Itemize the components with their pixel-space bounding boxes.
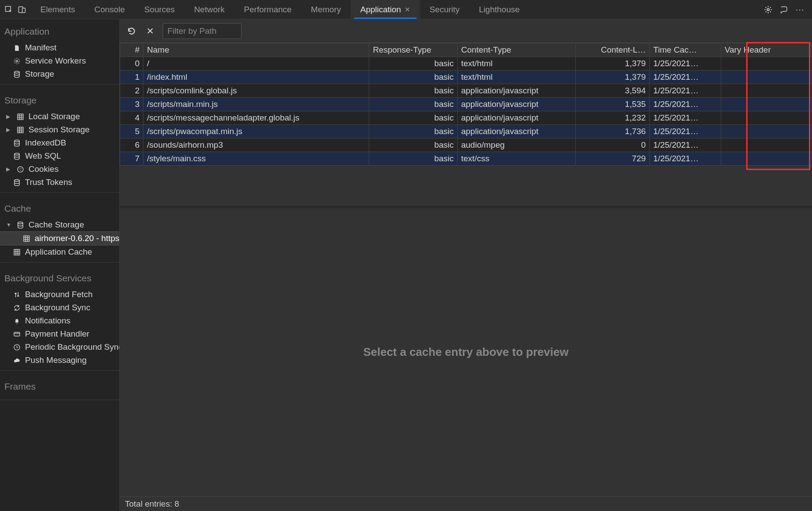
svg-rect-16 — [24, 236, 29, 241]
sidebar-item-service-workers[interactable]: Service Workers — [0, 54, 119, 67]
cell-tc: 1/25/2021… — [649, 98, 721, 111]
sidebar-section-background-services: Background Services — [0, 266, 119, 288]
tab-elements[interactable]: Elements — [31, 0, 85, 19]
more-icon[interactable]: ⋯ — [795, 4, 805, 15]
table-row[interactable]: 0/basictext/html1,3791/25/2021… — [120, 57, 812, 71]
cell-ct: text/css — [457, 152, 575, 166]
tab-label: Performance — [244, 5, 292, 14]
sidebar-item-payment-handler[interactable]: Payment Handler — [0, 327, 119, 341]
sidebar-item-storage[interactable]: Storage — [0, 67, 119, 81]
column-header[interactable]: Content-Type — [457, 43, 575, 57]
inspect-element-icon[interactable] — [4, 5, 13, 14]
svg-point-3 — [767, 8, 769, 11]
cache-entries-table: #NameResponse-TypeContent-TypeContent-L…… — [120, 43, 812, 206]
svg-point-8 — [14, 140, 19, 142]
sidebar-item-web-sql[interactable]: Web SQL — [0, 149, 119, 163]
sidebar-section-storage: Storage — [0, 88, 119, 110]
sidebar-item-push-messaging[interactable]: Push Messaging — [0, 354, 119, 367]
sidebar-item-application-cache[interactable]: Application Cache — [0, 245, 119, 259]
sidebar-item-label: Background Fetch — [25, 290, 93, 299]
sidebar-item-local-storage[interactable]: ▶Local Storage — [0, 110, 119, 123]
refresh-icon[interactable] — [126, 25, 137, 37]
tab-label: Security — [430, 5, 460, 14]
updown-icon — [13, 291, 21, 298]
tab-lighthouse[interactable]: Lighthouse — [469, 0, 529, 19]
tab-network[interactable]: Network — [185, 0, 235, 19]
svg-point-12 — [21, 168, 21, 169]
status-bar: Total entries: 8 — [120, 496, 812, 511]
sidebar-item-indexeddb[interactable]: IndexedDB — [0, 136, 119, 149]
cell-ct: application/javascript — [457, 98, 575, 111]
file-icon — [13, 44, 21, 52]
cell-name: /scripts/main.min.js — [143, 98, 369, 111]
card-icon — [13, 330, 21, 338]
filter-input[interactable] — [163, 23, 242, 39]
sidebar-item-cookies[interactable]: ▶Cookies — [0, 163, 119, 176]
sidebar-item-session-storage[interactable]: ▶Session Storage — [0, 123, 119, 136]
sidebar-item-notifications[interactable]: Notifications — [0, 314, 119, 327]
settings-icon[interactable] — [764, 5, 773, 14]
column-header[interactable]: Vary Header — [721, 43, 812, 57]
cell-ct: text/html — [457, 71, 575, 84]
column-header[interactable]: Content-L… — [576, 43, 650, 57]
tab-application[interactable]: Application✕ — [351, 0, 420, 19]
sidebar-item-label: Background Sync — [25, 303, 90, 312]
tab-performance[interactable]: Performance — [234, 0, 301, 19]
grid-icon — [17, 113, 24, 121]
table-row[interactable]: 1/index.htmlbasictext/html1,3791/25/2021… — [120, 71, 812, 84]
svg-point-15 — [18, 222, 23, 224]
table-row[interactable]: 4/scripts/messagechanneladapter.global.j… — [120, 111, 812, 125]
column-header[interactable]: Response-Type — [369, 43, 457, 57]
column-header[interactable]: Name — [143, 43, 369, 57]
tab-sources[interactable]: Sources — [135, 0, 185, 19]
close-icon[interactable]: ✕ — [405, 6, 410, 14]
table-row[interactable]: 2/scripts/comlink.global.jsbasicapplicat… — [120, 84, 812, 98]
gear-icon — [13, 57, 21, 65]
sidebar-item-background-sync[interactable]: Background Sync — [0, 301, 119, 314]
cell-cl: 1,379 — [576, 71, 650, 84]
device-toolbar-icon[interactable] — [18, 5, 26, 14]
svg-rect-17 — [14, 249, 20, 255]
cell-rt: basic — [369, 111, 457, 125]
cell-idx: 0 — [120, 57, 143, 71]
table-row[interactable]: 5/scripts/pwacompat.min.jsbasicapplicati… — [120, 125, 812, 138]
cell-name: /scripts/comlink.global.js — [143, 84, 369, 98]
cell-cl: 1,535 — [576, 98, 650, 111]
table-row[interactable]: 6/sounds/airhorn.mp3basicaudio/mpeg01/25… — [120, 138, 812, 152]
devtools-tabstrip: ElementsConsoleSourcesNetworkPerformance… — [0, 0, 812, 19]
tab-memory[interactable]: Memory — [301, 0, 351, 19]
cell-name: /scripts/pwacompat.min.js — [143, 125, 369, 138]
column-header[interactable]: # — [120, 43, 143, 57]
cell-cl: 3,594 — [576, 84, 650, 98]
cell-vh — [721, 84, 812, 98]
sidebar-item-periodic-background-sync[interactable]: Periodic Background Sync — [0, 341, 119, 354]
sidebar-item-airhorner-0-6-20-https-[interactable]: airhorner-0.6.20 - https:/ — [0, 231, 119, 245]
sidebar-section-frames: Frames — [0, 374, 119, 396]
tab-console[interactable]: Console — [85, 0, 135, 19]
sidebar-item-manifest[interactable]: Manifest — [0, 41, 119, 54]
sidebar-item-background-fetch[interactable]: Background Fetch — [0, 288, 119, 301]
table-row[interactable]: 7/styles/main.cssbasictext/css7291/25/20… — [120, 152, 812, 166]
sidebar-item-trust-tokens[interactable]: Trust Tokens — [0, 176, 119, 189]
preview-area: Select a cache entry above to preview — [120, 206, 812, 496]
delete-icon[interactable] — [144, 25, 156, 37]
cell-ct: application/javascript — [457, 111, 575, 125]
column-header[interactable]: Time Cac… — [649, 43, 721, 57]
cell-idx: 1 — [120, 71, 143, 84]
cell-vh — [721, 152, 812, 166]
cell-vh — [721, 57, 812, 71]
sidebar-item-label: Web SQL — [25, 151, 61, 161]
cell-vh — [721, 125, 812, 138]
whatsnew-icon[interactable] — [780, 5, 788, 14]
cell-name: /scripts/messagechanneladapter.global.js — [143, 111, 369, 125]
sidebar-item-label: Periodic Background Sync — [25, 342, 119, 352]
svg-rect-2 — [22, 8, 25, 12]
table-row[interactable]: 3/scripts/main.min.jsbasicapplication/ja… — [120, 98, 812, 111]
cell-idx: 4 — [120, 111, 143, 125]
sidebar-item-cache-storage[interactable]: ▼Cache Storage — [0, 218, 119, 231]
svg-point-10 — [18, 167, 23, 172]
cell-rt: basic — [369, 98, 457, 111]
svg-point-9 — [14, 153, 19, 155]
cell-name: / — [143, 57, 369, 71]
tab-security[interactable]: Security — [420, 0, 470, 19]
